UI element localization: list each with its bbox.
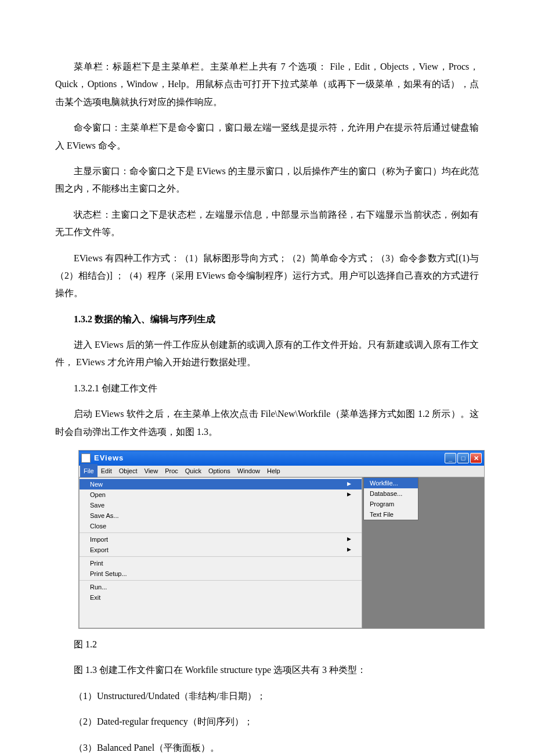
menubar-quick[interactable]: Quick	[182, 464, 205, 478]
chevron-right-icon: ▶	[347, 545, 351, 555]
submenu-textfile[interactable]: Text File	[364, 509, 418, 520]
menu-exit-label: Exit	[90, 592, 100, 604]
menu-import[interactable]: Import ▶	[80, 534, 362, 545]
menubar: File Edit Object View Proc Quick Options…	[79, 466, 484, 477]
menubar-view[interactable]: View	[141, 464, 162, 478]
menu-run[interactable]: Run...	[80, 582, 362, 592]
app-title: EViews	[94, 451, 445, 466]
eviews-screenshot: EViews _ □ ✕ File Edit Object View Proc …	[78, 450, 485, 629]
menu-group-2: Import ▶ Export ▶	[80, 533, 362, 557]
heading-1-3-2: 1.3.2 数据的输入、编辑与序列生成	[55, 311, 479, 328]
window-controls: _ □ ✕	[445, 453, 482, 463]
app-body: New ▶ Open ▶ Save Save As... Close	[79, 477, 484, 628]
option-1: （1）Unstructured/Undated（非结构/非日期）；	[55, 687, 479, 705]
paragraph-intro-workfile: 进入 EViews 后的第一件工作应从创建新的或调入原有的工作文件开始。只有新建…	[55, 336, 479, 372]
menu-open[interactable]: Open ▶	[80, 489, 362, 500]
chevron-right-icon: ▶	[347, 489, 351, 499]
new-submenu: Workfile... Database... Program Text Fil…	[363, 477, 418, 520]
submenu-workfile[interactable]: Workfile...	[364, 478, 418, 488]
menubar-object[interactable]: Object	[116, 464, 141, 478]
maximize-button[interactable]: □	[457, 453, 469, 463]
paragraph-statusbar: 状态栏：主窗口之下是状态栏，左端显示信息，中部显示当前路径，右下端显示当前状态，…	[55, 206, 479, 242]
close-button[interactable]: ✕	[470, 453, 482, 463]
menu-printsetup[interactable]: Print Setup...	[80, 568, 362, 579]
figure-caption-1-3: 图 1.3 创建工作文件窗口在 Workfile structure type …	[55, 661, 479, 679]
menu-save[interactable]: Save	[80, 500, 362, 510]
menu-print[interactable]: Print	[80, 558, 362, 568]
menu-saveas[interactable]: Save As...	[80, 510, 362, 521]
menu-close-label: Close	[90, 520, 106, 532]
file-dropdown-menu: New ▶ Open ▶ Save Save As... Close	[79, 477, 362, 628]
paragraph-main-display: 主显示窗口：命令窗口之下是 EViews 的主显示窗口，以后操作产生的窗口（称为…	[55, 163, 479, 198]
menu-export-label: Export	[90, 544, 109, 556]
paragraph-command-window: 命令窗口：主菜单栏下是命令窗口，窗口最左端一竖线是提示符，允许用户在提示符后通过…	[55, 119, 479, 154]
menu-group-1: New ▶ Open ▶ Save Save As... Close	[80, 478, 362, 533]
menu-export[interactable]: Export ▶	[80, 545, 362, 555]
menubar-options[interactable]: Options	[205, 464, 234, 478]
menubar-help[interactable]: Help	[264, 464, 284, 478]
menu-close[interactable]: Close	[80, 521, 362, 531]
subheading-1-3-2-1: 1.3.2.1 创建工作文件	[55, 380, 479, 397]
menubar-window[interactable]: Window	[234, 464, 264, 478]
menu-group-4: Run... Exit	[80, 581, 362, 604]
submenu-program[interactable]: Program	[364, 499, 418, 509]
paragraph-workmodes: EViews 有四种工作方式：（1）鼠标图形导向方式；（2）简单命令方式；（3）…	[55, 250, 479, 303]
menubar-proc[interactable]: Proc	[161, 464, 182, 478]
menubar-edit[interactable]: Edit	[98, 464, 116, 478]
option-3: （3）Balanced Panel（平衡面板）。	[55, 739, 479, 756]
paragraph-menubar: 菜单栏：标题栏下是主菜单栏。主菜单栏上共有 7 个选项： File，Edit，O…	[55, 58, 479, 111]
chevron-right-icon: ▶	[347, 479, 351, 489]
menu-exit[interactable]: Exit	[80, 592, 362, 603]
option-2: （2）Dated-regular frequency（时间序列）；	[55, 713, 479, 730]
minimize-button[interactable]: _	[445, 453, 456, 463]
submenu-database[interactable]: Database...	[364, 488, 418, 499]
menu-new[interactable]: New ▶	[80, 479, 362, 489]
menubar-file[interactable]: File	[80, 464, 98, 478]
chevron-right-icon: ▶	[347, 534, 351, 544]
figure-caption-1-2: 图 1.2	[55, 636, 479, 653]
paragraph-start-eviews: 启动 EViews 软件之后，在主菜单上依次点击 File\New\Workfi…	[55, 405, 479, 441]
menu-printsetup-label: Print Setup...	[90, 568, 127, 580]
app-icon	[81, 453, 91, 463]
menu-group-3: Print Print Setup...	[80, 557, 362, 581]
